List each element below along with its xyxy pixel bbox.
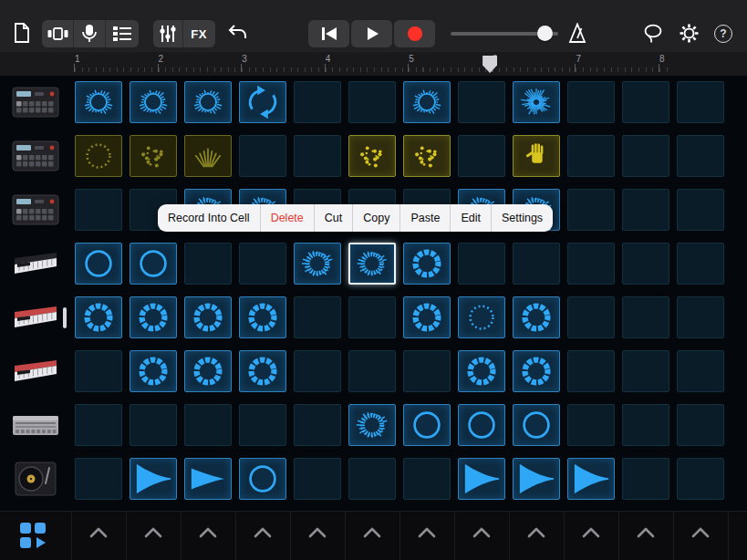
grid-cell-loop-dotring[interactable] <box>75 135 122 177</box>
grid-cell-empty[interactable] <box>348 458 396 500</box>
grid-cell-empty[interactable] <box>567 81 615 123</box>
settings-gear-icon[interactable] <box>679 23 700 44</box>
column-trigger-chevron-button[interactable] <box>567 524 615 540</box>
column-trigger-chevron-button[interactable] <box>513 524 560 540</box>
grid-cell-empty[interactable] <box>567 243 615 285</box>
grid-cell-empty[interactable] <box>239 135 286 177</box>
context-menu-item-settings[interactable]: Settings <box>492 204 553 232</box>
grid-cell-empty[interactable] <box>622 81 669 123</box>
grid-cell-empty[interactable] <box>184 243 232 285</box>
track-icon-red-keyboard[interactable] <box>8 350 63 392</box>
context-menu-item-copy[interactable]: Copy <box>353 204 399 232</box>
cells-view-button[interactable] <box>42 20 74 47</box>
track-icon-turntable[interactable] <box>8 458 63 500</box>
grid-cell-empty[interactable] <box>348 350 396 392</box>
grid-cell-loop-spiky[interactable] <box>130 81 177 123</box>
grid-cell-loop-blob[interactable] <box>130 350 177 392</box>
grid-cell-loop-ring[interactable] <box>458 404 505 446</box>
context-menu-item-cut[interactable]: Cut <box>315 204 352 232</box>
grid-cell-empty[interactable] <box>458 81 505 123</box>
grid-cell-loop-decay2[interactable] <box>184 458 232 500</box>
grid-cell-loop-spiky[interactable] <box>184 81 232 123</box>
grid-cell-empty[interactable] <box>677 81 724 123</box>
column-trigger-chevron-button[interactable] <box>130 524 177 540</box>
grid-cell-loop-streaks[interactable] <box>184 135 232 177</box>
grid-cell-empty[interactable] <box>677 243 724 285</box>
grid-cell-loop-ring[interactable] <box>513 404 560 446</box>
grid-cell-empty[interactable] <box>458 243 505 285</box>
grid-cell-empty[interactable] <box>622 350 669 392</box>
grid-cell-loop-wave[interactable] <box>348 404 396 446</box>
grid-cell-loop-blob[interactable] <box>403 296 451 338</box>
grid-cell-loop-blob[interactable] <box>184 350 232 392</box>
grid-cell-empty[interactable] <box>75 404 122 446</box>
grid-cell-loop-spiky[interactable] <box>75 81 122 123</box>
grid-cell-loop-blob[interactable] <box>184 296 232 338</box>
grid-cell-empty[interactable] <box>294 458 341 500</box>
grid-cell-empty[interactable] <box>677 350 724 392</box>
column-trigger-chevron-button[interactable] <box>348 524 396 540</box>
track-icon-drum-machine[interactable] <box>8 81 63 123</box>
timeline-ruler[interactable]: 12345678 <box>0 52 747 76</box>
grid-cell-loop-decay[interactable] <box>567 458 615 500</box>
grid-cell-empty[interactable] <box>567 350 615 392</box>
tracks-view-button[interactable] <box>106 20 138 47</box>
fx-button[interactable]: FX <box>183 20 214 47</box>
column-trigger-chevron-button[interactable] <box>184 524 232 540</box>
grid-cell-loop-blob[interactable] <box>239 350 286 392</box>
grid-cell-loop-blob[interactable] <box>130 296 177 338</box>
column-trigger-chevron-button[interactable] <box>294 524 341 540</box>
grid-cell-empty[interactable] <box>130 404 177 446</box>
grid-cell-empty[interactable] <box>567 189 615 231</box>
grid-cell-loop-ring[interactable] <box>239 458 286 500</box>
grid-cell-empty[interactable] <box>348 81 396 123</box>
grid-cell-empty[interactable] <box>677 296 724 338</box>
grid-cell-empty[interactable] <box>403 458 451 500</box>
grid-cell-empty[interactable] <box>294 135 341 177</box>
microphone-button[interactable] <box>74 20 106 47</box>
grid-cell-empty[interactable] <box>677 458 724 500</box>
grid-cell-empty[interactable] <box>677 135 724 177</box>
grid-cell-loop-dots[interactable] <box>130 135 177 177</box>
metronome-icon[interactable] <box>567 23 587 44</box>
grid-cell-loop-dots[interactable] <box>403 135 451 177</box>
column-trigger-chevron-button[interactable] <box>239 524 286 540</box>
column-trigger-chevron-button[interactable] <box>403 524 451 540</box>
grid-cell-loop-burst[interactable] <box>513 81 560 123</box>
grid-cell-loop-blob[interactable] <box>513 350 560 392</box>
grid-cell-empty[interactable] <box>622 243 669 285</box>
grid-cell-empty[interactable] <box>513 243 560 285</box>
grid-cell-loop-blob[interactable] <box>403 243 451 285</box>
document-icon[interactable] <box>11 22 33 44</box>
grid-cell-empty[interactable] <box>184 404 232 446</box>
grid-cell-empty[interactable] <box>75 189 122 231</box>
grid-cell-loop-dots[interactable] <box>348 135 396 177</box>
grid-cell-loop-blob[interactable] <box>75 296 122 338</box>
undo-icon[interactable] <box>227 23 249 43</box>
track-icon-drum-machine[interactable] <box>8 189 63 231</box>
track-icon-red-keyboard[interactable] <box>8 296 63 338</box>
track-icon-synth-keyboard[interactable] <box>8 243 63 285</box>
grid-cell-loop-decay[interactable] <box>458 458 505 500</box>
track-icon-drum-machine[interactable] <box>8 135 63 177</box>
grid-cell-loop-blob[interactable] <box>239 296 286 338</box>
track-icon-sampler[interactable] <box>8 404 63 446</box>
sidebar-resize-handle[interactable] <box>63 307 67 328</box>
grid-cell-loop-ring[interactable] <box>75 243 122 285</box>
grid-cell-loop-blob[interactable] <box>458 350 505 392</box>
grid-cell-loop-decay[interactable] <box>130 458 177 500</box>
grid-cell-empty[interactable] <box>403 350 451 392</box>
grid-cell-empty[interactable] <box>239 243 286 285</box>
grid-cell-empty[interactable] <box>622 458 669 500</box>
column-trigger-chevron-button[interactable] <box>458 524 505 540</box>
grid-cell-loop-ring[interactable] <box>403 404 451 446</box>
grid-cell-empty[interactable] <box>567 296 615 338</box>
smart-controls-button[interactable] <box>153 20 183 47</box>
grid-cell-loop-ring[interactable] <box>130 243 177 285</box>
grid-cell-empty[interactable] <box>294 81 341 123</box>
grid-cell-loop-blob[interactable] <box>513 296 560 338</box>
context-menu-item-paste[interactable]: Paste <box>400 204 450 232</box>
grid-cell-empty[interactable] <box>239 404 286 446</box>
grid-cell-empty[interactable] <box>622 189 669 231</box>
grid-cell-loop-wave[interactable] <box>348 243 396 285</box>
